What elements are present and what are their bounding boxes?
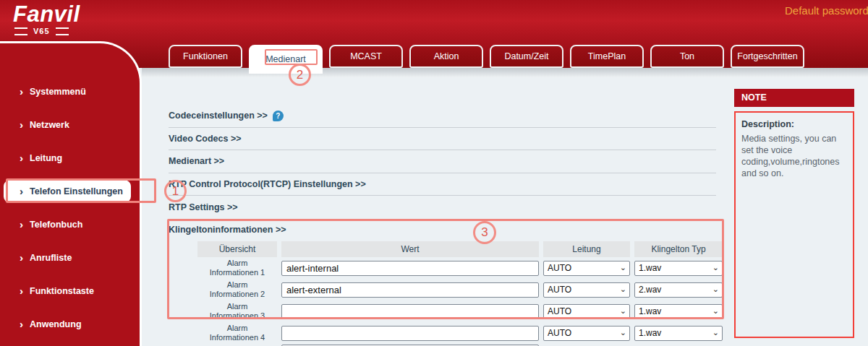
section-label: RTP Settings >> [169, 202, 238, 212]
table-row: Alarm Informationen 3AUTO⌄1.wav⌄ [197, 300, 723, 322]
sidebar-item-netzwerk[interactable]: ›Netzwerk [0, 108, 140, 142]
section-toggle-rtp-control-protocol-rtcp-einstellungen[interactable]: RTP Control Protocol(RTCP) Einstellungen… [169, 173, 716, 196]
section-toggle-klingeltoninformationen[interactable]: Klingeltoninformationen >> [169, 219, 716, 242]
row-label: Alarm Informationen 1 [197, 259, 277, 277]
alarm-informationen-2-leitung-select[interactable]: AUTO [543, 282, 630, 298]
note-description-label: Description: [741, 119, 847, 129]
chevron-right-icon: › [20, 285, 23, 296]
logo-model-text: V65 [33, 27, 50, 35]
tab-label: Aktion [434, 51, 459, 61]
section-label: Codeceinstellungen >> [169, 111, 268, 121]
default-password-warning: Default password [785, 4, 868, 17]
chevron-right-icon: › [20, 119, 23, 130]
table-row: Alarm Informationen 1AUTO⌄1.wav⌄ [197, 257, 723, 279]
chevron-right-icon: › [20, 86, 23, 97]
column-header-übersicht: Übersicht [197, 241, 277, 257]
sidebar-item-label: Telefon Einstellungen [30, 186, 123, 196]
alarm-informationen-3-klingelton-typ-select[interactable]: 1.wav [634, 304, 723, 319]
fanvil-logo: Fanvil V65 [13, 2, 80, 35]
section-toggle-medienart[interactable]: Medienart >> [169, 150, 716, 173]
alarm-informationen-4-klingelton-typ-select[interactable]: 1.wav [634, 326, 723, 341]
sidebar-nav: ›Systemmenü›Netzwerk›Leitung›Telefon Ein… [0, 43, 140, 341]
sidebar-item-label: Telefonbuch [30, 220, 82, 230]
ringtone-info-table: ÜbersichtWertLeitungKlingelton TypAlarm … [197, 241, 723, 346]
tab-fortgeschritten[interactable]: Fortgeschritten [731, 45, 804, 68]
sidebar-item-label: Anwendung [30, 319, 82, 329]
chevron-right-icon: › [20, 319, 23, 329]
alarm-informationen-4-input[interactable] [281, 326, 539, 341]
section-label: Klingeltoninformationen >> [169, 225, 286, 235]
logo-lines-left-icon [14, 27, 27, 35]
sidebar-item-telefonbuch[interactable]: ›Telefonbuch [0, 208, 140, 241]
alarm-informationen-1-klingelton-typ-select[interactable]: 1.wav [634, 261, 723, 276]
sidebar-item-telefon-einstellungen[interactable]: ›Telefon Einstellungen [4, 180, 131, 203]
tab-funktionen[interactable]: Funktionen [169, 45, 242, 68]
sidebar-item-anrufliste[interactable]: ›Anrufliste [0, 241, 140, 274]
tab-label: Funktionen [183, 51, 228, 61]
logo-lines-right-icon [56, 27, 69, 35]
sidebar-item-leitung[interactable]: ›Leitung [0, 142, 140, 175]
help-icon[interactable]: ? [273, 111, 284, 121]
section-label: RTP Control Protocol(RTCP) Einstellungen… [169, 179, 366, 189]
tab-timeplan[interactable]: TimePlan [570, 45, 644, 68]
alarm-informationen-1-leitung-select[interactable]: AUTO [543, 261, 630, 276]
chevron-right-icon: › [20, 219, 23, 230]
table-header-row: ÜbersichtWertLeitungKlingelton Typ [197, 241, 723, 257]
chevron-right-icon: › [20, 152, 23, 163]
row-label: Alarm Informationen 3 [197, 302, 277, 321]
alarm-informationen-1-input[interactable] [281, 261, 539, 276]
alarm-informationen-3-input[interactable] [281, 304, 539, 319]
alarm-informationen-2-input[interactable] [281, 282, 539, 298]
alarm-informationen-2-klingelton-typ-select[interactable]: 2.wav [634, 282, 723, 298]
chevron-right-icon: › [20, 186, 23, 196]
tab-label: MCAST [350, 51, 382, 61]
row-label: Alarm Informationen 4 [197, 324, 277, 342]
logo-brand-text: Fanvil [13, 2, 80, 26]
section-toggle-video-codecs[interactable]: Video Codecs >> [169, 128, 716, 151]
column-header-wert: Wert [281, 241, 539, 257]
note-description-text: Media settings, you can set the voice co… [741, 133, 847, 179]
table-row: Alarm Informationen 4AUTO⌄1.wav⌄ [197, 322, 723, 344]
tab-label: Fortgeschritten [737, 51, 797, 61]
sidebar-item-label: Systemmenü [30, 87, 86, 97]
column-header-klingelton-typ: Klingelton Typ [634, 241, 723, 257]
section-toggle-codeceinstellungen[interactable]: Codeceinstellungen >>? [169, 105, 716, 128]
section-label: Video Codecs >> [169, 134, 242, 144]
media-settings-sections: Codeceinstellungen >>?Video Codecs >>Med… [169, 105, 716, 241]
sidebar-item-label: Anrufliste [30, 253, 72, 263]
alarm-informationen-4-leitung-select[interactable]: AUTO [543, 326, 630, 341]
tab-bar: FunktionenMedienartMCASTAktionDatum/Zeit… [169, 45, 804, 74]
tab-label: TimePlan [588, 51, 626, 61]
tab-label: Datum/Zeit [504, 51, 548, 61]
sidebar: ›Systemmenü›Netzwerk›Leitung›Telefon Ein… [0, 41, 142, 346]
tab-label: Medienart [265, 54, 306, 64]
section-toggle-rtp-settings[interactable]: RTP Settings >> [169, 196, 716, 219]
tab-label: Ton [680, 51, 694, 61]
tab-mcast[interactable]: MCAST [329, 45, 403, 68]
tab-ton[interactable]: Ton [650, 45, 724, 68]
row-label: Alarm Informationen 2 [197, 280, 277, 299]
alarm-informationen-3-leitung-select[interactable]: AUTO [543, 304, 630, 319]
column-header-leitung: Leitung [543, 241, 630, 257]
sidebar-item-label: Funktionstaste [30, 286, 94, 296]
sidebar-item-label: Netzwerk [30, 120, 69, 130]
tab-medienart[interactable]: Medienart [249, 45, 323, 74]
sidebar-item-funktionstaste[interactable]: ›Funktionstaste [0, 274, 140, 308]
sidebar-item-systemmenü[interactable]: ›Systemmenü [0, 75, 140, 108]
note-panel-body: Description: Media settings, you can set… [734, 111, 854, 338]
tab-datum-zeit[interactable]: Datum/Zeit [490, 45, 563, 68]
chevron-right-icon: › [20, 252, 23, 263]
note-panel-header: NOTE [734, 89, 854, 107]
sidebar-item-anwendung[interactable]: ›Anwendung [0, 308, 140, 341]
table-row: Alarm Informationen 2AUTO⌄2.wav⌄ [197, 279, 723, 300]
section-label: Medienart >> [169, 156, 224, 166]
sidebar-item-label: Leitung [30, 153, 62, 163]
tab-aktion[interactable]: Aktion [409, 45, 483, 68]
fanvil-admin-page: Fanvil V65 Default password ›Systemmenü›… [0, 0, 868, 346]
